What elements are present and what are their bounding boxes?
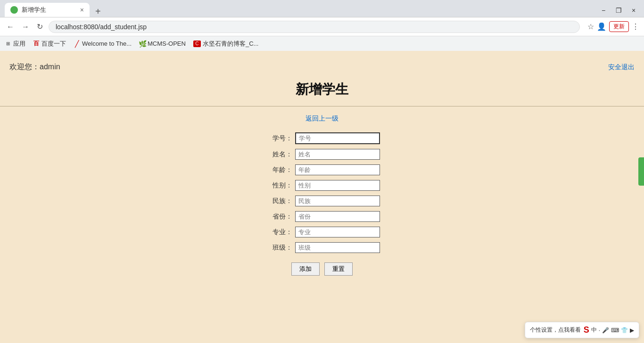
minimize-button[interactable]: − — [597, 4, 610, 17]
s-logo-icon: S — [584, 325, 589, 335]
bookmark-csdn[interactable]: C 水坚石青的博客_C... — [193, 40, 258, 48]
label-student-id: 学号： — [264, 134, 292, 143]
input-student-id[interactable] — [295, 132, 380, 144]
bottom-widget[interactable]: 个性设置，点我看看 S 中 · 🎤 ⌨ 👕 ▶ — [525, 322, 639, 338]
bookmark-csdn-label: 水坚石青的博客_C... — [203, 40, 258, 48]
tab-close-btn[interactable]: × — [80, 6, 84, 14]
restore-button[interactable]: ❐ — [612, 4, 625, 17]
widget-icons: S 中 · 🎤 ⌨ 👕 ▶ — [584, 325, 634, 335]
input-nation[interactable] — [295, 196, 380, 206]
widget-icon-5: 👕 — [621, 327, 628, 334]
input-province[interactable] — [295, 211, 380, 222]
back-nav-button[interactable]: ← — [5, 21, 16, 33]
input-major[interactable] — [295, 227, 380, 237]
menu-icon[interactable]: ⋮ — [632, 22, 639, 31]
star-icon[interactable]: ☆ — [587, 22, 594, 31]
address-input[interactable] — [49, 21, 580, 33]
widget-icon-3: 🎤 — [602, 327, 609, 334]
page-title: 新增学生 — [0, 81, 644, 98]
form-row-province: 省份： — [264, 211, 380, 222]
mcms-icon: 🌿 — [139, 41, 146, 47]
back-link-wrapper: 返回上一级 — [0, 114, 644, 123]
widget-icon-6: ▶ — [630, 327, 634, 334]
address-bar: ← → ↻ ☆ 👤 更新 ⋮ — [0, 17, 644, 36]
widget-tooltip-text: 个性设置，点我看看 — [530, 326, 581, 334]
toolbar-icons: ☆ 👤 更新 ⋮ — [587, 21, 639, 32]
input-class[interactable] — [295, 242, 380, 253]
form-row-gender: 性别： — [264, 180, 380, 191]
bookmarks-bar: ⊞ 应用 百 百度一下 ╱ Welcome to The... 🌿 MCMS-O… — [0, 36, 644, 51]
btn-row: 添加 重置 — [291, 262, 353, 276]
back-link[interactable]: 返回上一级 — [305, 114, 339, 122]
bookmark-welcome-label: Welcome to The... — [82, 40, 132, 47]
baidu-icon: 百 — [33, 41, 40, 47]
label-nation: 民族： — [264, 197, 292, 205]
new-tab-button[interactable]: + — [91, 6, 105, 17]
bookmark-mcms[interactable]: 🌿 MCMS-OPEN — [139, 40, 186, 47]
tab-title: 新增学生 — [22, 6, 76, 14]
welcome-text: 欢迎您：admin — [9, 62, 60, 72]
widget-icon-2: · — [599, 327, 600, 334]
divider — [0, 106, 644, 106]
bookmark-mcms-label: MCMS-OPEN — [148, 40, 186, 47]
logout-link[interactable]: 安全退出 — [608, 63, 635, 72]
input-age[interactable] — [295, 164, 380, 175]
tab-favicon — [10, 6, 18, 14]
top-bar: 欢迎您：admin 安全退出 — [0, 58, 644, 76]
profile-icon[interactable]: 👤 — [597, 22, 606, 31]
label-major: 专业： — [264, 228, 292, 237]
form-row-major: 专业： — [264, 227, 380, 237]
label-gender: 性别： — [264, 181, 292, 190]
form-row-age: 年龄： — [264, 164, 380, 175]
form-row-nation: 民族： — [264, 196, 380, 206]
bookmark-apps[interactable]: ⊞ 应用 — [5, 40, 25, 48]
form-container: 学号： 姓名： 年龄： 性别： 民族： 省份： 专业： 班级： — [0, 132, 644, 276]
input-name[interactable] — [295, 149, 380, 160]
form-row-name: 姓名： — [264, 149, 380, 160]
welcome-icon: ╱ — [74, 41, 80, 47]
form-row-class: 班级： — [264, 242, 380, 253]
label-name: 姓名： — [264, 150, 292, 159]
bookmark-baidu-label: 百度一下 — [41, 40, 66, 48]
apps-icon: ⊞ — [5, 41, 11, 47]
reload-button[interactable]: ↻ — [35, 20, 45, 33]
input-gender[interactable] — [295, 180, 380, 191]
bookmark-apps-label: 应用 — [13, 40, 25, 48]
update-button[interactable]: 更新 — [609, 21, 629, 32]
label-province: 省份： — [264, 212, 292, 221]
side-handle[interactable] — [638, 157, 644, 186]
close-button[interactable]: × — [627, 4, 640, 17]
reset-button[interactable]: 重置 — [324, 262, 353, 276]
widget-icon-4: ⌨ — [611, 327, 619, 334]
label-age: 年龄： — [264, 166, 292, 174]
bookmark-welcome[interactable]: ╱ Welcome to The... — [74, 40, 132, 47]
widget-icon-1: 中 — [591, 326, 597, 334]
add-button[interactable]: 添加 — [291, 262, 320, 276]
page-content: 欢迎您：admin 安全退出 新增学生 返回上一级 学号： 姓名： 年龄： 性别… — [0, 51, 644, 343]
forward-nav-button[interactable]: → — [20, 21, 31, 33]
form-row-student-id: 学号： — [264, 132, 380, 144]
active-tab[interactable]: 新增学生 × — [5, 3, 90, 17]
csdn-icon: C — [193, 41, 201, 47]
bookmark-baidu[interactable]: 百 百度一下 — [33, 40, 66, 48]
label-class: 班级： — [264, 244, 292, 252]
